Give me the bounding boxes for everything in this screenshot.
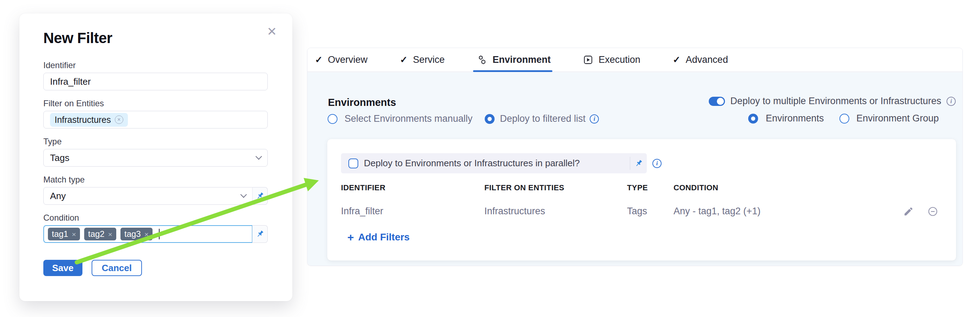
cancel-button[interactable]: Cancel <box>92 260 142 276</box>
entities-chip-label: Infrastructures <box>55 115 111 125</box>
match-type-group: Match type Any <box>43 175 268 205</box>
tag-label: tag3 <box>124 230 141 238</box>
type-label: Type <box>43 137 268 146</box>
condition-label: Condition <box>43 213 268 223</box>
identifier-label: Identifier <box>43 61 268 70</box>
radio-label[interactable]: Select Environments manually <box>345 113 473 124</box>
modal-title: New Filter <box>43 30 268 46</box>
multi-env-toggle[interactable] <box>709 97 725 106</box>
save-button[interactable]: Save <box>43 260 83 276</box>
parallel-option-bar: Deploy to Environments or Infrastructure… <box>341 153 647 173</box>
pin-icon <box>255 229 264 239</box>
pin-icon <box>255 191 264 200</box>
environment-icon <box>477 55 487 65</box>
type-select[interactable]: Tags <box>43 149 268 167</box>
column-header-type: TYPE <box>627 184 648 192</box>
close-icon[interactable]: ✕ <box>267 26 277 37</box>
stage-config-panel: ✓ Overview ✓ Service Environment Executi… <box>307 48 963 266</box>
add-filters-label: Add Filters <box>358 232 410 243</box>
radio-label[interactable]: Environment Group <box>856 113 939 124</box>
tab-label: Environment <box>492 54 550 65</box>
tag-label: tag1 <box>52 230 68 238</box>
radio-select-manually[interactable] <box>328 114 337 124</box>
type-value: Tags <box>50 152 69 163</box>
condition-tag: tag3 × <box>121 228 153 240</box>
add-filters-button[interactable]: + Add Filters <box>347 232 410 243</box>
column-header-condition: CONDITION <box>673 184 718 192</box>
parallel-pin-button[interactable] <box>630 159 647 168</box>
modal-buttons: Save Cancel <box>43 260 268 276</box>
match-type-label: Match type <box>43 175 268 184</box>
multi-env-toggle-row: Deploy to multiple Environments or Infra… <box>709 96 956 107</box>
entities-input[interactable]: Infrastructures × <box>43 111 268 128</box>
column-header-entities: FILTER ON ENTITIES <box>484 184 564 192</box>
tab-execution[interactable]: Execution <box>583 48 640 72</box>
text-caret <box>159 229 159 239</box>
plus-icon: + <box>347 232 354 243</box>
stage-tabbar: ✓ Overview ✓ Service Environment Executi… <box>307 48 963 72</box>
row-type: Tags <box>627 205 647 217</box>
execution-icon <box>583 55 593 65</box>
multi-env-controls: Deploy to multiple Environments or Infra… <box>709 96 956 124</box>
identifier-input[interactable]: Infra_filter <box>43 73 268 90</box>
chevron-down-icon <box>240 191 247 198</box>
tag-remove-icon[interactable]: × <box>145 231 149 238</box>
row-identifier: Infra_filter <box>341 205 383 217</box>
info-icon[interactable]: i <box>947 97 956 106</box>
condition-input[interactable]: tag1 × tag2 × tag3 × <box>43 225 253 243</box>
condition-group: Condition tag1 × tag2 × tag3 × <box>43 213 268 243</box>
type-group: Type Tags <box>43 137 268 167</box>
parallel-checkbox-label[interactable]: Deploy to Environments or Infrastructure… <box>364 158 580 169</box>
env-group-radios: Environments Environment Group <box>748 113 956 124</box>
tag-remove-icon[interactable]: × <box>72 231 76 238</box>
condition-pin-button[interactable] <box>252 225 268 243</box>
toggle-label: Deploy to multiple Environments or Infra… <box>730 96 941 107</box>
match-type-pin-button[interactable] <box>252 187 268 205</box>
match-type-value: Any <box>50 191 66 202</box>
entities-label: Filter on Entities <box>43 99 268 108</box>
tab-label: Overview <box>328 54 368 65</box>
condition-tag: tag2 × <box>84 228 116 240</box>
entities-group: Filter on Entities Infrastructures × <box>43 99 268 128</box>
radio-label[interactable]: Environments <box>766 113 824 124</box>
tab-label: Execution <box>598 54 640 65</box>
tab-overview[interactable]: ✓ Overview <box>315 48 368 72</box>
info-icon[interactable]: i <box>590 114 599 123</box>
tab-label: Service <box>413 54 445 65</box>
tag-remove-icon[interactable]: × <box>108 231 112 238</box>
condition-tag: tag1 × <box>48 228 80 240</box>
column-header-identifier: IDENTIFIER <box>341 184 385 192</box>
chip-remove-icon[interactable]: × <box>115 115 123 124</box>
edit-icon[interactable] <box>903 206 914 217</box>
check-icon: ✓ <box>315 54 323 65</box>
pin-icon <box>634 159 643 168</box>
parallel-checkbox[interactable] <box>348 158 358 168</box>
check-icon: ✓ <box>673 54 681 65</box>
filters-card: Deploy to Environments or Infrastructure… <box>327 139 956 261</box>
environment-mode-radios: Select Environments manually Deploy to f… <box>328 113 599 124</box>
identifier-group: Identifier Infra_filter <box>43 61 268 90</box>
row-condition: Any - tag1, tag2 (+1) <box>673 205 760 217</box>
tag-label: tag2 <box>88 230 105 238</box>
environment-tab-content: Environments Select Environments manuall… <box>307 72 963 266</box>
check-icon: ✓ <box>400 54 407 65</box>
new-filter-modal: ✕ New Filter Identifier Infra_filter Fil… <box>19 13 293 301</box>
remove-row-icon[interactable] <box>928 206 938 217</box>
radio-label[interactable]: Deploy to filtered list <box>500 113 585 124</box>
match-type-select[interactable]: Any <box>43 187 253 205</box>
entities-chip: Infrastructures × <box>50 113 128 127</box>
identifier-value: Infra_filter <box>50 76 91 87</box>
tab-label: Advanced <box>686 54 728 65</box>
environments-heading: Environments <box>328 97 396 108</box>
row-entities: Infrastructures <box>484 205 545 217</box>
radio-environment-group[interactable] <box>840 114 849 123</box>
chevron-down-icon <box>255 153 262 160</box>
radio-deploy-filtered[interactable] <box>485 114 495 124</box>
tab-advanced[interactable]: ✓ Advanced <box>673 48 728 72</box>
radio-environments[interactable] <box>748 114 758 123</box>
tab-environment[interactable]: Environment <box>477 48 550 72</box>
page: { "modal": { "title": "New Filter", "ide… <box>0 0 980 317</box>
parallel-option: Deploy to Environments or Infrastructure… <box>341 153 662 173</box>
tab-service[interactable]: ✓ Service <box>400 48 445 72</box>
info-icon[interactable]: i <box>652 159 662 168</box>
